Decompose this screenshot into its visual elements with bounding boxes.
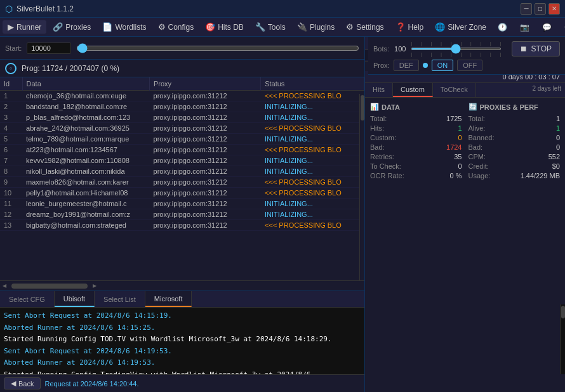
bots-tick: | <box>490 51 491 57</box>
row-status: <<< PROCESSING BLO <box>261 220 364 231</box>
bad-value: 1724 <box>446 143 462 151</box>
table-row: 1chemojo_36@hotmail.com:eugeproxy.ipipgo… <box>0 91 364 101</box>
menu-plugins[interactable]: 🔌 Plugins <box>292 20 340 34</box>
hscroll-left[interactable]: ◀ <box>0 283 9 289</box>
bots-tick-bottom: | | | | | | | | | | <box>411 51 501 57</box>
right-controls: Bots: 100 | | | | | | | | | | | <box>368 37 565 75</box>
tab-hits[interactable]: Hits <box>365 83 393 97</box>
row-status: INITIALIZING... <box>261 155 364 166</box>
credit-label: Credit: <box>469 162 489 170</box>
hscroll-row: ◀ ▶ <box>0 280 364 291</box>
menu-help-label: Help <box>408 23 424 32</box>
log-tab-selectcfg[interactable]: Select CFG <box>0 291 55 307</box>
stop-icon: ⏹ <box>520 44 528 53</box>
start-input[interactable] <box>27 42 71 54</box>
row-data: abrahe_242@hotmail.com:36925 <box>22 123 150 134</box>
proxy-def-button[interactable]: DEF <box>394 60 419 71</box>
hscroll-right[interactable]: ▶ <box>90 283 99 289</box>
maximize-button[interactable]: □ <box>535 3 546 15</box>
cpm-label: CPM: <box>469 153 486 160</box>
menu-runner[interactable]: ▶ Runner <box>3 20 46 34</box>
row-proxy: proxy.ipipgo.com:31212 <box>150 199 261 209</box>
stop-button[interactable]: ⏹ STOP <box>512 41 560 56</box>
log-vscroll-thumb[interactable] <box>561 306 565 318</box>
bots-tick: | <box>470 51 472 57</box>
credit-value: $0 <box>552 162 560 170</box>
help-icon: ❓ <box>396 22 406 32</box>
table-row: 3p_blas_alfredo@hotmail.com:123proxy.ipi… <box>0 112 364 123</box>
stat-hits: Hits: 1 <box>370 124 462 132</box>
back-label: Back <box>18 380 34 388</box>
close-button[interactable]: ✕ <box>548 3 560 15</box>
row-data: p_blas_alfredo@hotmail.com:123 <box>22 112 150 123</box>
menu-configs-label: Configs <box>168 23 194 32</box>
vscroll-thumb[interactable] <box>361 95 364 121</box>
data-stats-col: 📊 DATA Total: 1725 Hits: 1 Custom: 0 Bad… <box>370 103 462 387</box>
stat-bad: Bad: 1724 <box>370 143 462 151</box>
table-row: 2bandstand_182@hotmail.com:reproxy.ipipg… <box>0 101 364 112</box>
log-tab-ubisoft[interactable]: Ubisoft <box>55 291 95 307</box>
bots-slider-container: | | | | | | | | | | | | | | | <box>411 41 501 57</box>
row-id: 3 <box>0 112 22 123</box>
menu-camera[interactable]: 📷 <box>515 21 535 34</box>
configs-icon: ⚙ <box>158 22 166 32</box>
hitsdb-icon: 🎯 <box>205 22 215 32</box>
stat-tocheck: To Check: 0 <box>370 162 462 170</box>
right-panel: Data Pro PM rhysboy2k3@hotmail.com:pooju… <box>365 37 565 392</box>
proxy-on-indicator <box>423 63 428 68</box>
row-proxy: proxy.ipipgo.com:31212 <box>150 101 261 112</box>
vscroll-track[interactable] <box>359 94 364 280</box>
menu-configs[interactable]: ⚙ Configs <box>153 20 199 34</box>
menu-hitsdb[interactable]: 🎯 Hits DB <box>200 20 249 34</box>
tab-tocheck[interactable]: ToCheck <box>433 83 476 97</box>
retries-label: Retries: <box>370 153 394 160</box>
proxy-on-button[interactable]: ON <box>432 60 454 71</box>
log-tab-selectlist[interactable]: Select List <box>95 291 145 307</box>
table-row: 11leonie_burgemeester@hotmail.cproxy.ipi… <box>0 199 364 209</box>
app-logo: ⬡ <box>5 4 13 14</box>
proxy-label: Prox: <box>373 62 390 69</box>
row-status: <<< PROCESSING BLO <box>261 123 364 134</box>
proxy-off-button[interactable]: OFF <box>457 60 482 71</box>
menu-discord[interactable]: 💬 <box>537 21 557 34</box>
bots-tick: | <box>421 51 422 57</box>
silverzone-icon: 🌐 <box>435 22 445 32</box>
menu-tools[interactable]: 🔧 Tools <box>250 20 291 34</box>
menu-telegram[interactable]: ✈ <box>559 21 565 34</box>
stat-banned: Banned: 0 <box>469 134 561 141</box>
log-line: Started Running Config TradingView with … <box>4 369 361 375</box>
col-id: Id <box>0 77 22 91</box>
titlebar-controls[interactable]: ─ □ ✕ <box>521 3 560 15</box>
proxy-total-value: 1 <box>556 115 560 122</box>
row-status: INITIALIZING... <box>261 209 364 220</box>
back-button[interactable]: ◀ Back <box>4 377 41 389</box>
row-data: leonie_burgemeester@hotmail.c <box>22 199 150 209</box>
bots-slider[interactable] <box>411 48 501 50</box>
wordlists-icon: 📄 <box>102 22 112 32</box>
total-label: Total: <box>370 115 387 122</box>
row-proxy: proxy.ipipgo.com:31212 <box>150 91 261 101</box>
menu-proxies[interactable]: 🔗 Proxies <box>48 20 96 34</box>
menu-help[interactable]: ❓ Help <box>390 20 429 34</box>
menu-plugins-label: Plugins <box>310 23 335 32</box>
controls-row: Start: <box>0 37 364 60</box>
tab-custom[interactable]: Custom <box>393 83 433 97</box>
hits-value: 1 <box>458 124 462 132</box>
menu-wordlists[interactable]: 📄 Wordlists <box>97 20 151 34</box>
days-left: 2 days left <box>528 83 565 97</box>
row-status: INITIALIZING... <box>261 101 364 112</box>
start-slider[interactable] <box>76 43 359 53</box>
row-data: bandstand_182@hotmail.com:re <box>22 101 150 112</box>
menu-silverzone[interactable]: 🌐 Silver Zone <box>430 20 491 34</box>
log-tab-microsoft[interactable]: Microsoft <box>145 291 192 307</box>
hscroll-thumb[interactable] <box>11 284 88 289</box>
stat-proxy-total: Total: 1 <box>469 115 561 122</box>
bots-tick: | <box>480 51 481 57</box>
minimize-button[interactable]: ─ <box>521 3 532 15</box>
menu-settings[interactable]: ⚙ Settings <box>341 20 389 34</box>
menu-history[interactable]: 🕐 <box>493 21 512 34</box>
start-label: Start: <box>5 44 22 52</box>
log-vscroll-track[interactable] <box>560 304 565 374</box>
row-data: chemojo_36@hotmail.com:euge <box>22 91 150 101</box>
stat-custom: Custom: 0 <box>370 134 462 141</box>
